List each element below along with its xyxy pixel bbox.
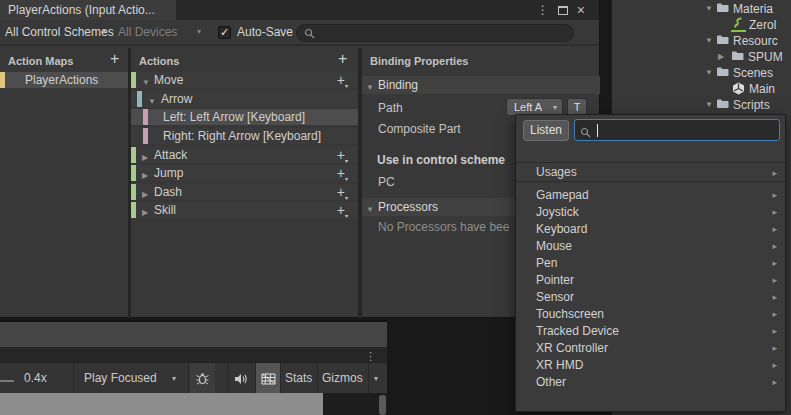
grid-icon xyxy=(261,373,276,385)
action-map-item[interactable]: PlayerActions xyxy=(0,72,128,88)
action-row-move[interactable]: ▼ Move +▾ xyxy=(131,72,358,88)
popup-item-touchscreen[interactable]: Touchscreen▸ xyxy=(516,306,785,323)
project-item-spum[interactable]: ▶ SPUM xyxy=(612,49,791,65)
action-row-attack[interactable]: ▶ Attack +▾ xyxy=(131,147,358,163)
popup-search-input[interactable] xyxy=(574,119,780,141)
project-item-main-scene[interactable]: Main xyxy=(612,81,791,97)
popup-item-label: Tracked Device xyxy=(536,323,619,340)
popup-item-joystick[interactable]: Joystick▸ xyxy=(516,204,785,221)
binding-row-arrow[interactable]: ▼ Arrow xyxy=(131,91,358,107)
action-label: Attack xyxy=(154,147,187,163)
add-binding-button[interactable]: +▾ xyxy=(337,72,348,91)
project-item-label: Main xyxy=(749,82,791,96)
add-binding-button[interactable]: +▾ xyxy=(337,147,348,166)
processors-section-label: Processors xyxy=(378,198,438,216)
foldout-icon[interactable]: ▼ xyxy=(705,4,713,13)
binding-section-bar[interactable]: ▼ Binding xyxy=(362,76,600,94)
folder-icon xyxy=(716,98,729,112)
project-item-resources[interactable]: ▼ Resourc xyxy=(612,33,791,49)
listen-button[interactable]: Listen xyxy=(523,120,569,141)
action-row-dash[interactable]: ▶ Dash +▾ xyxy=(131,184,358,200)
popup-item-other[interactable]: Other▸ xyxy=(516,374,785,391)
foldout-icon[interactable]: ▼ xyxy=(705,36,713,45)
foldout-icon[interactable]: ▶ xyxy=(718,52,724,61)
gizmos-dropdown[interactable]: Gizmos xyxy=(322,371,363,385)
binding-colorbar xyxy=(137,91,142,107)
vsync-grid-button[interactable] xyxy=(256,363,280,394)
binding-label: Right: Right Arrow [Keyboard] xyxy=(163,128,321,144)
popup-item-tracked-device[interactable]: Tracked Device▸ xyxy=(516,323,785,340)
control-schemes-dropdown[interactable]: All Control Schemes xyxy=(5,25,114,39)
project-item-scenes[interactable]: ▼ Scenes xyxy=(612,65,791,81)
chevron-down-icon[interactable]: ▾ xyxy=(172,374,176,383)
foldout-icon[interactable]: ▼ xyxy=(366,79,374,97)
foldout-icon[interactable]: ▼ xyxy=(366,201,374,219)
action-map-label: PlayerActions xyxy=(25,72,98,88)
devices-dropdown[interactable]: All Devices xyxy=(118,25,177,39)
chevron-down-icon[interactable]: ▾ xyxy=(197,27,201,36)
foldout-icon[interactable]: ▼ xyxy=(705,68,713,77)
popup-item-pen[interactable]: Pen▸ xyxy=(516,255,785,272)
submenu-arrow-icon: ▸ xyxy=(772,344,777,353)
action-row-skill[interactable]: ▶ Skill +▾ xyxy=(131,202,358,218)
window-tab[interactable]: PlayerActions (Input Actio... xyxy=(0,0,176,20)
binding-colorbar xyxy=(143,109,148,125)
submenu-arrow-icon: ▸ xyxy=(772,310,777,319)
action-row-jump[interactable]: ▶ Jump +▾ xyxy=(131,165,358,181)
binding-label: Left: Left Arrow [Keyboard] xyxy=(163,109,305,125)
popup-item-pointer[interactable]: Pointer▸ xyxy=(516,272,785,289)
input-actions-window: PlayerActions (Input Actio... ⋮ × All Co… xyxy=(0,0,600,318)
foldout-icon[interactable]: ▶ xyxy=(142,150,148,166)
submenu-arrow-icon: ▸ xyxy=(772,361,777,370)
foldout-icon[interactable]: ▶ xyxy=(142,187,148,203)
project-item-label: Scenes xyxy=(733,66,791,80)
chevron-down-icon[interactable]: ▾ xyxy=(102,27,106,36)
binding-properties-header: Binding Properties xyxy=(370,52,468,71)
popup-item-keyboard[interactable]: Keyboard▸ xyxy=(516,221,785,238)
auto-save-label: Auto-Save xyxy=(237,25,293,39)
add-action-map-button[interactable]: + xyxy=(110,50,119,68)
popup-item-usages[interactable]: Usages ▸ xyxy=(516,162,785,182)
window-menu-icon[interactable]: ⋮ xyxy=(537,3,549,17)
unity-editor-screen: ▼ Materia Zerol ▼ Resourc ▶ SPUM ▼ Scene… xyxy=(0,0,791,415)
project-item-materials[interactable]: ▼ Materia xyxy=(612,1,791,17)
foldout-icon[interactable]: ▶ xyxy=(142,168,148,184)
close-icon[interactable]: × xyxy=(577,5,585,15)
chevron-down-icon[interactable]: ▾ xyxy=(374,374,378,383)
panel-divider[interactable] xyxy=(128,48,131,318)
popup-item-label: XR Controller xyxy=(536,340,608,357)
text-cursor xyxy=(597,124,598,137)
popup-item-xr-hmd[interactable]: XR HMD▸ xyxy=(516,357,785,374)
popup-item-gamepad[interactable]: Gamepad▸ xyxy=(516,187,785,204)
mute-audio-button[interactable] xyxy=(228,363,254,394)
foldout-icon[interactable]: ▼ xyxy=(148,94,156,110)
play-focused-dropdown[interactable]: Play Focused xyxy=(84,371,157,385)
add-binding-button[interactable]: +▾ xyxy=(337,202,348,221)
game-scrollbar[interactable] xyxy=(379,395,386,415)
submenu-arrow-icon: ▸ xyxy=(772,276,777,285)
search-input[interactable] xyxy=(296,24,574,42)
debug-bug-button[interactable] xyxy=(190,363,215,394)
stats-button[interactable]: Stats xyxy=(285,371,312,385)
scale-value: 0.4x xyxy=(24,371,47,385)
project-item-scripts[interactable]: ▼ Scripts xyxy=(612,97,791,113)
binding-row-left[interactable]: Left: Left Arrow [Keyboard] xyxy=(131,109,358,125)
binding-section-label: Binding xyxy=(378,76,418,94)
auto-save-checkbox[interactable]: ✓ xyxy=(218,26,231,39)
foldout-icon[interactable]: ▶ xyxy=(142,205,148,221)
add-binding-button[interactable]: +▾ xyxy=(337,165,348,184)
action-colorbar xyxy=(131,165,136,181)
add-binding-button[interactable]: +▾ xyxy=(337,184,348,203)
foldout-icon[interactable]: ▼ xyxy=(142,75,150,91)
popup-item-sensor[interactable]: Sensor▸ xyxy=(516,289,785,306)
binding-row-right[interactable]: Right: Right Arrow [Keyboard] xyxy=(131,128,358,144)
add-action-button[interactable]: + xyxy=(338,50,347,68)
popup-item-mouse[interactable]: Mouse▸ xyxy=(516,238,785,255)
project-item-zero[interactable]: Zerol xyxy=(612,17,791,33)
maximize-icon[interactable] xyxy=(558,6,568,15)
scheme-pc-label[interactable]: PC xyxy=(378,175,395,189)
scale-slider[interactable] xyxy=(0,380,14,382)
foldout-icon[interactable]: ▼ xyxy=(705,100,713,109)
popup-item-xr-controller[interactable]: XR Controller▸ xyxy=(516,340,785,357)
action-label: Dash xyxy=(154,184,182,200)
